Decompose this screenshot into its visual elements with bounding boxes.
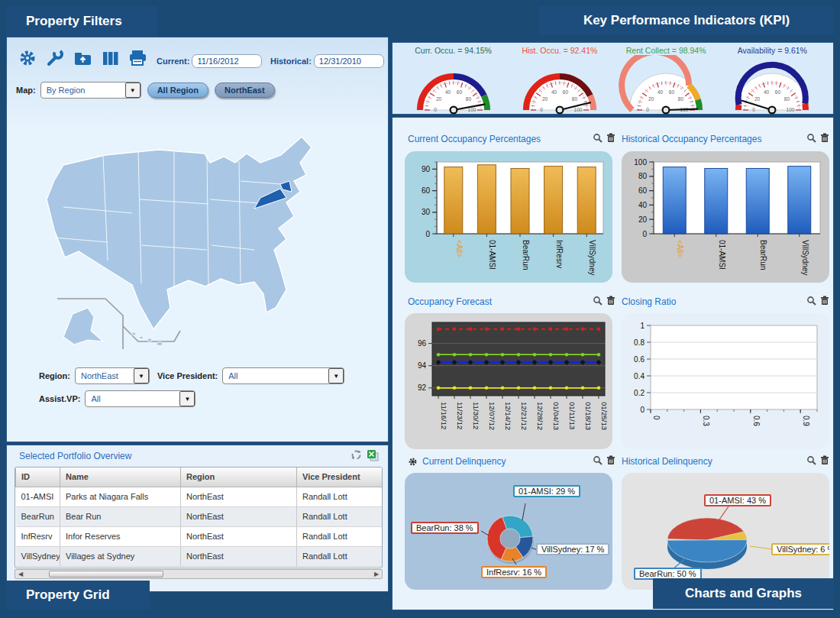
table-row[interactable]: InfResrvInfor ReservesNorthEastRandall L… <box>16 526 383 546</box>
trash-icon[interactable] <box>606 296 615 308</box>
table-row[interactable]: 01-AMSIParks at Niagara FallsNorthEastRa… <box>16 487 383 506</box>
col-header-region[interactable]: Region <box>181 468 297 487</box>
table-row[interactable]: BearRunBear RunNorthEastRandall Lott <box>16 506 383 526</box>
table-cell: VillSydney <box>16 546 60 566</box>
region-value: NorthEast <box>81 371 118 380</box>
export-image-icon[interactable] <box>73 48 93 68</box>
kpi-banner: Key Performance Indicators (KPI) <box>539 6 834 35</box>
svg-text:0: 0 <box>753 107 756 112</box>
vice-president-select[interactable]: All ▼ <box>222 367 344 384</box>
chevron-down-icon[interactable]: ▼ <box>125 83 141 98</box>
table-cell: Randall Lott <box>297 526 383 546</box>
kpi-banner-label: Key Performance Indicators (KPI) <box>583 13 790 28</box>
columns-icon[interactable] <box>100 48 121 68</box>
svg-text:01/18/13: 01/18/13 <box>584 402 593 430</box>
svg-text:80: 80 <box>465 96 471 102</box>
svg-text:80: 80 <box>572 96 578 102</box>
svg-text:0: 0 <box>646 107 649 112</box>
table-cell: Bear Run <box>60 506 181 526</box>
gear-icon[interactable] <box>408 457 418 467</box>
svg-text:01/25/13: 01/25/13 <box>600 402 609 430</box>
historical-date-group: Historical: 12/31/2010 <box>270 54 384 68</box>
trash-icon[interactable] <box>820 455 829 468</box>
refresh-icon[interactable] <box>351 449 362 463</box>
svg-text:1: 1 <box>640 322 645 330</box>
svg-text:40: 40 <box>551 89 557 95</box>
gear-icon[interactable] <box>18 48 38 68</box>
current-date-group: Current: 11/16/2012 <box>157 54 262 68</box>
pie-slice-label: 01-AMSI: 43 % <box>704 494 771 506</box>
excel-export-icon[interactable] <box>367 449 379 463</box>
table-cell: Randall Lott <box>297 506 383 526</box>
svg-text:60: 60 <box>422 186 431 195</box>
trash-icon[interactable] <box>820 296 829 308</box>
svg-text:100: 100 <box>634 158 647 167</box>
gauge-label: Rent Collect = 98.94% <box>626 46 706 55</box>
svg-text:0: 0 <box>540 107 543 112</box>
magnifier-icon[interactable] <box>593 133 603 145</box>
closing-ratio-chart[interactable]: 00.20.40.60.8100.30.60.9 <box>622 313 829 449</box>
region-select[interactable]: NorthEast ▼ <box>75 367 150 384</box>
svg-text:11/16/12: 11/16/12 <box>440 402 448 429</box>
charts-panel: Current Occupancy Percentages 0306090<Al… <box>392 117 834 610</box>
occupancy-forecast-chart[interactable]: 92949611/16/1211/23/1211/30/1212/07/1212… <box>405 313 612 449</box>
chevron-down-icon[interactable]: ▼ <box>328 368 344 383</box>
svg-text:0: 0 <box>425 230 430 238</box>
svg-text:12/14/12: 12/14/12 <box>504 402 512 430</box>
magnifier-icon[interactable] <box>806 296 816 308</box>
current-occupancy-chart[interactable]: 0306090<All>01-AMSIBearRunInfResrvVillSy… <box>405 151 612 283</box>
col-header-name[interactable]: Name <box>60 468 181 487</box>
assist-vp-select[interactable]: All ▼ <box>85 390 195 407</box>
wrench-icon[interactable] <box>45 48 66 68</box>
property-filters-banner: Property Filters <box>6 6 157 37</box>
svg-text:96: 96 <box>418 339 427 348</box>
trash-icon[interactable] <box>606 133 615 145</box>
map-mode-select[interactable]: By Region ▼ <box>40 82 141 99</box>
table-row[interactable]: VillSydneyVillages at SydneyNorthEastRan… <box>16 546 383 566</box>
northeast-button[interactable]: NorthEast <box>215 83 275 98</box>
svg-text:01/04/13: 01/04/13 <box>552 402 561 430</box>
magnifier-icon[interactable] <box>593 455 603 468</box>
svg-text:01/11/13: 01/11/13 <box>568 402 577 429</box>
all-region-button[interactable]: All Region <box>147 83 208 98</box>
magnifier-icon[interactable] <box>806 455 816 468</box>
col-header-id[interactable]: ID <box>16 468 60 487</box>
print-icon[interactable] <box>128 48 148 68</box>
chevron-down-icon[interactable]: ▼ <box>134 368 149 383</box>
charts-graphs-banner-label: Charts and Graphs <box>685 586 802 601</box>
current-delinquency-chart[interactable]: 01-AMSI: 29 %VillSydney: 17 %InfResrv: 1… <box>405 473 612 590</box>
historical-occupancy-chart[interactable]: 020406080100<All>01-AMSIBearRunVillSydne… <box>622 151 829 283</box>
svg-text:VillSydney: VillSydney <box>801 240 809 276</box>
trash-icon[interactable] <box>606 455 615 468</box>
current-date-input[interactable]: 11/16/2012 <box>192 54 262 68</box>
svg-text:20: 20 <box>436 96 442 102</box>
historical-date-input[interactable]: 12/31/2010 <box>314 54 384 68</box>
gauge-availability: Availability = 9.61%020406080100 <box>719 44 825 112</box>
col-header-vp[interactable]: Vice President <box>297 468 383 487</box>
region-filter-row: Region: NorthEast ▼ Vice President: All … <box>39 367 344 384</box>
us-map[interactable] <box>18 108 380 360</box>
scrollbar-thumb[interactable] <box>49 571 163 578</box>
svg-text:80: 80 <box>678 96 684 102</box>
chart-title-historical-delinquency: Historical Delinquency <box>622 455 829 468</box>
historical-delinquency-chart[interactable]: 01-AMSI: 43 %VillSydney: 6 %BearRun: 50 … <box>622 473 829 590</box>
chevron-down-icon[interactable]: ▼ <box>179 391 195 406</box>
gauge-rent-collect: Rent Collect = 98.94%020406080100 <box>613 44 719 112</box>
svg-text:60: 60 <box>563 89 569 95</box>
scroll-left-arrow[interactable]: ◀ <box>15 570 26 578</box>
svg-text:01-AMSI: 01-AMSI <box>718 240 726 270</box>
svg-text:80: 80 <box>784 96 790 102</box>
svg-text:InfResrv: InfResrv <box>555 240 564 268</box>
svg-text:12/21/12: 12/21/12 <box>520 402 528 430</box>
magnifier-icon[interactable] <box>806 133 816 145</box>
property-grid-banner-label: Property Grid <box>26 587 110 603</box>
table-cell: NorthEast <box>181 487 297 506</box>
svg-text:12/28/12: 12/28/12 <box>536 402 544 430</box>
magnifier-icon[interactable] <box>593 296 603 308</box>
table-cell: 01-AMSI <box>16 487 60 506</box>
svg-text:60: 60 <box>638 186 648 195</box>
scroll-right-arrow[interactable]: ▶ <box>371 570 382 578</box>
trash-icon[interactable] <box>820 133 829 145</box>
chart-title-current-occupancy: Current Occupancy Percentages <box>408 133 615 145</box>
svg-text:<All>: <All> <box>676 240 684 257</box>
